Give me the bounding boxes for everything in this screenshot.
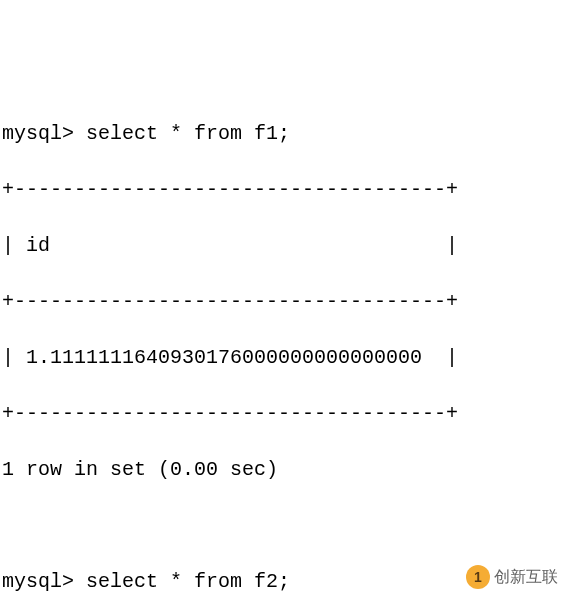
sql-command-2: select * from f2; bbox=[86, 570, 290, 593]
watermark-badge-icon: 1 bbox=[466, 565, 490, 589]
blank-line bbox=[2, 512, 562, 540]
mysql-prompt: mysql> bbox=[2, 122, 74, 145]
table-border: +------------------------------------+ bbox=[2, 288, 562, 316]
table-row: | 1.1111111640930176000000000000000 | bbox=[2, 344, 562, 372]
watermark: 1 创新互联 bbox=[466, 563, 558, 591]
table-border: +------------------------------------+ bbox=[2, 176, 562, 204]
table-border: +------------------------------------+ bbox=[2, 400, 562, 428]
table-header: | id | bbox=[2, 232, 562, 260]
sql-command-1: select * from f1; bbox=[86, 122, 290, 145]
prompt-line-1[interactable]: mysql> select * from f1; bbox=[2, 120, 562, 148]
mysql-prompt: mysql> bbox=[2, 570, 74, 593]
status-line: 1 row in set (0.00 sec) bbox=[2, 456, 562, 484]
watermark-text: 创新互联 bbox=[494, 563, 558, 591]
